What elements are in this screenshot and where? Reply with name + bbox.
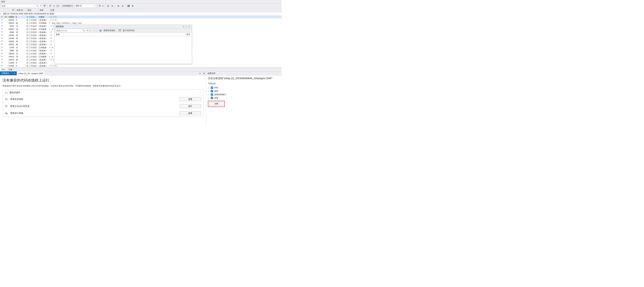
chevron-right-icon[interactable]: ▷ bbox=[208, 87, 210, 89]
chevron-down-icon[interactable]: ▾ bbox=[49, 28, 51, 30]
flag-icon[interactable] bbox=[0, 38, 4, 39]
flag-icon[interactable] bbox=[0, 65, 4, 67]
col-location[interactable]: 位置 bbox=[49, 8, 282, 12]
callstack-col-name[interactable]: 名称 bbox=[55, 33, 185, 36]
flag-icon[interactable] bbox=[0, 16, 4, 18]
col-id[interactable]: ID bbox=[8, 8, 16, 12]
flag-icon[interactable] bbox=[0, 28, 4, 30]
thread-row[interactable]: 282000工作线程<无名称><不可用> bbox=[0, 19, 282, 22]
nav-back-icon[interactable]: ← bbox=[88, 29, 92, 32]
thread-category: 工作线程 bbox=[26, 34, 38, 37]
thread-name: <无名称> bbox=[38, 34, 49, 37]
play-icon[interactable] bbox=[131, 4, 135, 8]
col-category[interactable]: 类别 bbox=[26, 8, 38, 12]
thread-category: 工作线程 bbox=[26, 19, 38, 22]
pause-icon[interactable] bbox=[127, 4, 130, 8]
collapse-icon[interactable]: ⊟ bbox=[110, 4, 114, 8]
flag-icon[interactable] bbox=[0, 47, 4, 49]
svg-rect-1 bbox=[44, 6, 46, 6]
threads-icon[interactable] bbox=[99, 29, 102, 32]
svg-point-45 bbox=[6, 93, 6, 93]
thread-category: 工作线程 bbox=[26, 31, 38, 34]
collapse-all-icon[interactable]: ⊟ bbox=[121, 4, 124, 8]
chevron-down-icon[interactable]: ▾ bbox=[0, 13, 2, 15]
flag-icon[interactable] bbox=[49, 4, 52, 8]
svg-point-28 bbox=[27, 50, 28, 51]
tab-break-mode[interactable]: 中断模式 📌 ✕ bbox=[0, 71, 17, 75]
analyzer-checkbox[interactable] bbox=[211, 87, 213, 89]
columns-dropdown-icon[interactable]: ▾ bbox=[102, 4, 104, 8]
callstack-col-lang[interactable]: 语言 bbox=[185, 33, 192, 36]
filter-icon[interactable] bbox=[43, 4, 46, 8]
group-row[interactable]: ▾ 进程 ID: f32dfc3a-80d5-43b0-8081-24cb5e0… bbox=[0, 12, 282, 16]
flag-icon[interactable] bbox=[0, 56, 4, 58]
thread-row[interactable]: 296800主线程主线程<不可用> bbox=[0, 16, 282, 19]
group-by-combo[interactable]: 进程 ID bbox=[74, 4, 96, 8]
tab-label: 中断模式 bbox=[2, 72, 9, 75]
chevron-down-icon[interactable]: ▾ bbox=[49, 22, 51, 24]
flag-icon[interactable] bbox=[0, 44, 4, 46]
managed-id: 29 bbox=[16, 40, 26, 43]
pin-icon[interactable]: 📌 bbox=[10, 72, 12, 74]
analyzer-checkbox[interactable] bbox=[211, 93, 213, 96]
thread-row[interactable]: 2601660工作线程工作线程▾ App_Web_2xld50vm. .Page… bbox=[0, 22, 282, 25]
svg-rect-2 bbox=[44, 7, 45, 7]
flag-dropdown-icon[interactable]: ▾ bbox=[53, 4, 55, 8]
flag-icon[interactable] bbox=[0, 31, 4, 33]
expand-icon[interactable]: ⊞ bbox=[106, 4, 110, 8]
tab-threads[interactable]: 线程 bbox=[0, 68, 7, 71]
callstack-search-box[interactable]: 🔍 ▾ bbox=[56, 29, 88, 32]
action-button[interactable]: 查看 bbox=[180, 97, 201, 101]
flag-icon[interactable] bbox=[0, 22, 4, 24]
flag-icon[interactable] bbox=[0, 25, 4, 27]
thread-name: <无名称> bbox=[38, 19, 49, 22]
window-position-icon[interactable]: ▾ bbox=[182, 26, 185, 28]
callstack-window[interactable]: 调用堆栈 ▾ □ ✕ 🔍 ▾ ← → 查看所有线程 bbox=[54, 25, 192, 64]
freeze-icon[interactable] bbox=[56, 4, 60, 8]
close-icon[interactable]: ✕ bbox=[188, 26, 191, 28]
flag-icon[interactable] bbox=[0, 53, 4, 55]
nav-forward-icon[interactable]: → bbox=[93, 29, 96, 32]
analyzer-checkbox[interactable] bbox=[211, 90, 213, 92]
view-all-threads-label[interactable]: 查看所有线程 bbox=[103, 29, 116, 32]
chevron-right-icon[interactable]: ▷ bbox=[208, 94, 210, 96]
chevron-up-icon[interactable]: ⌃ bbox=[199, 91, 201, 94]
thread-row[interactable]: 225920工作线程<无名称><不可用> bbox=[0, 64, 282, 68]
analyzer-label: 内存 bbox=[214, 86, 218, 89]
close-icon[interactable]: ✕ bbox=[14, 72, 15, 75]
action-button[interactable]: 选中 bbox=[180, 104, 201, 108]
chevron-down-icon[interactable]: ▾ bbox=[49, 47, 51, 48]
tab-overflow-icon[interactable]: ▾ bbox=[198, 71, 202, 75]
search-icon[interactable]: 🔍 bbox=[36, 5, 40, 7]
analyzer-checkbox[interactable] bbox=[211, 97, 213, 99]
expand-all-icon[interactable]: ⊞ bbox=[116, 4, 120, 8]
col-name[interactable]: 名称 bbox=[38, 8, 49, 12]
action-button[interactable]: 查看 bbox=[180, 111, 201, 115]
flag-icon[interactable] bbox=[0, 34, 4, 36]
callstack-search-input[interactable] bbox=[56, 30, 82, 32]
chevron-down-icon[interactable]: ▾ bbox=[49, 56, 51, 58]
external-code-icon[interactable] bbox=[118, 29, 122, 32]
flag-icon[interactable] bbox=[0, 50, 4, 52]
managed-id: 0 bbox=[16, 65, 26, 67]
maximize-icon[interactable]: □ bbox=[185, 26, 188, 28]
flag-icon[interactable] bbox=[0, 41, 4, 43]
tab-dump-file[interactable]: w3wp (2)_20...taskgmr.DMP bbox=[17, 71, 45, 75]
threads-search-input[interactable] bbox=[1, 5, 36, 7]
col-managed-id[interactable]: 托管 ID bbox=[16, 8, 26, 12]
threads-search-box[interactable]: 🔍 ▾ bbox=[1, 4, 42, 8]
search-dropdown-icon[interactable]: ▾ bbox=[86, 29, 88, 32]
show-external-label[interactable]: 显示外部代码 bbox=[122, 29, 135, 32]
tab-tasks[interactable]: 任务 bbox=[7, 68, 14, 71]
gear-icon[interactable]: ⚙ bbox=[202, 71, 206, 75]
thread-category: 工作线程 bbox=[26, 25, 38, 28]
analyze-button[interactable]: 分析 bbox=[209, 102, 223, 105]
flag-icon[interactable] bbox=[0, 59, 4, 61]
chevron-right-icon[interactable]: ▷ bbox=[208, 90, 210, 92]
flag-icon[interactable] bbox=[0, 62, 4, 64]
flag-icon[interactable] bbox=[0, 19, 4, 21]
search-dropdown-icon[interactable]: ▾ bbox=[40, 5, 42, 7]
svg-rect-6 bbox=[129, 5, 130, 7]
chevron-right-icon[interactable]: ▷ bbox=[208, 97, 210, 99]
search-icon[interactable]: 🔍 bbox=[82, 29, 86, 32]
